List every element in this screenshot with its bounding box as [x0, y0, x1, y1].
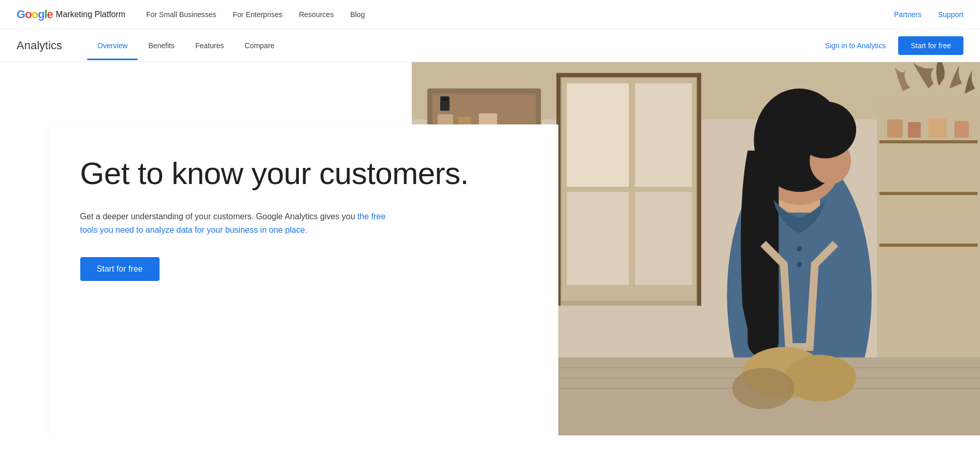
analytics-product-name: Analytics: [17, 39, 62, 52]
svg-rect-16: [697, 73, 701, 306]
secondary-nav-right: Sign in to Analytics Start for free: [825, 36, 963, 55]
top-nav-links: For Small Businesses For Enterprises Res…: [146, 10, 894, 19]
svg-rect-34: [879, 140, 977, 144]
for-small-businesses-link[interactable]: For Small Businesses: [146, 10, 216, 19]
hero-subtitle-text: Get a deeper understanding of your custo…: [80, 212, 357, 221]
tab-features[interactable]: Features: [185, 31, 234, 60]
svg-rect-36: [879, 244, 977, 247]
svg-rect-18: [567, 83, 629, 187]
hero-start-for-free-button[interactable]: Start for free: [80, 257, 160, 281]
partners-link[interactable]: Partners: [894, 10, 921, 19]
tab-overview[interactable]: Overview: [87, 31, 138, 60]
svg-point-32: [797, 262, 802, 267]
google-marketing-platform-logo[interactable]: Google Marketing Platform: [17, 8, 125, 21]
svg-rect-37: [887, 120, 902, 138]
hero-subtitle: Get a deeper understanding of your custo…: [80, 210, 391, 236]
sign-in-analytics-link[interactable]: Sign in to Analytics: [825, 41, 886, 50]
svg-rect-38: [907, 122, 920, 138]
top-navigation: Google Marketing Platform For Small Busi…: [0, 0, 980, 29]
top-nav-right: Partners Support: [894, 10, 963, 19]
resources-link[interactable]: Resources: [299, 10, 334, 19]
svg-rect-20: [567, 192, 629, 285]
hero-content-card: Get to know your customers. Get a deeper…: [49, 124, 559, 435]
support-link[interactable]: Support: [938, 10, 963, 19]
hero-section: Get to know your customers. Get a deeper…: [0, 62, 980, 435]
svg-rect-23: [442, 98, 448, 101]
start-for-free-button-header[interactable]: Start for free: [898, 36, 963, 55]
hero-title: Get to know your customers.: [80, 156, 528, 191]
svg-rect-19: [635, 83, 692, 187]
svg-point-31: [797, 246, 802, 251]
tab-benefits[interactable]: Benefits: [138, 31, 185, 60]
svg-rect-39: [928, 119, 946, 138]
svg-rect-17: [556, 73, 701, 77]
google-g-icon: Google: [17, 8, 53, 21]
secondary-nav-tabs: Overview Benefits Features Compare: [87, 31, 825, 60]
svg-point-46: [784, 355, 856, 402]
svg-point-47: [732, 368, 794, 409]
secondary-navigation: Analytics Overview Benefits Features Com…: [0, 29, 980, 62]
svg-rect-40: [954, 121, 969, 138]
svg-rect-21: [635, 192, 692, 285]
blog-link[interactable]: Blog: [350, 10, 365, 19]
platform-name: Marketing Platform: [56, 10, 125, 19]
svg-rect-35: [879, 192, 977, 195]
tab-compare[interactable]: Compare: [234, 31, 285, 60]
for-enterprises-link[interactable]: For Enterprises: [233, 10, 283, 19]
